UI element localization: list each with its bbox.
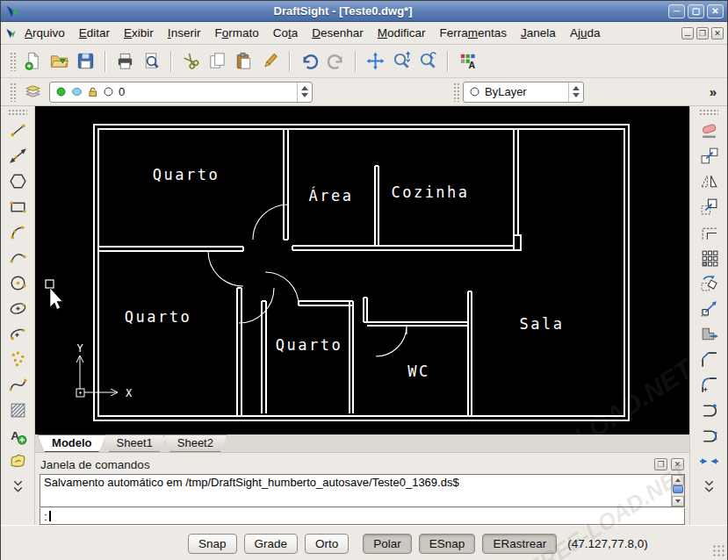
menu-ferramentas[interactable]: Ferramentas xyxy=(433,24,515,42)
snap-toggle[interactable]: Snap xyxy=(188,534,237,554)
infinite-line-tool-button[interactable] xyxy=(4,143,31,169)
tab-modelo[interactable]: Modelo xyxy=(38,434,106,452)
rotate-tool-button[interactable] xyxy=(696,270,722,296)
offset-tool-button[interactable] xyxy=(696,219,722,245)
menu-desenhar[interactable]: Desenhar xyxy=(305,24,371,42)
ortho-toggle[interactable]: Orto xyxy=(305,534,349,554)
move-icon xyxy=(699,197,719,217)
mdi-restore-button[interactable]: ❐ xyxy=(696,27,709,39)
zoom-previous-button[interactable] xyxy=(414,48,441,75)
ellipse-tool-button[interactable] xyxy=(4,296,31,321)
menu-exibir[interactable]: Exibir xyxy=(117,24,161,42)
rectangle-tool-button[interactable] xyxy=(4,194,31,219)
print-preview-button[interactable] xyxy=(138,48,164,75)
paste-button[interactable] xyxy=(230,48,256,75)
etrack-toggle[interactable]: ERastrear xyxy=(482,534,557,554)
layers-manager-button[interactable] xyxy=(19,79,46,105)
redo-button[interactable] xyxy=(322,48,349,75)
scroll-up-button[interactable] xyxy=(672,475,684,485)
resize-grip[interactable] xyxy=(712,544,724,556)
toolbar-grip[interactable] xyxy=(10,83,16,102)
polygon-tool-button[interactable] xyxy=(4,169,31,194)
menu-arquivo[interactable]: Arquivo xyxy=(18,24,72,42)
pan-button[interactable] xyxy=(362,48,388,75)
title-bar[interactable]: DraftSight - [Teste0.dwg*] ─ ▢ ✕ xyxy=(1,1,727,22)
save-button[interactable] xyxy=(72,48,98,75)
tab-sheet1[interactable]: Sheet1 xyxy=(103,434,167,452)
scrollbar-thumb[interactable] xyxy=(673,485,683,493)
toolbar-grip[interactable] xyxy=(10,52,16,71)
close-panel-button[interactable]: ✕ xyxy=(671,458,684,470)
line-tool-button[interactable] xyxy=(4,118,31,143)
new-button[interactable] xyxy=(19,48,46,75)
delete-tool-button[interactable] xyxy=(696,118,722,143)
menu-janela[interactable]: Janela xyxy=(514,24,563,42)
layer-combobox[interactable]: 0 xyxy=(49,82,313,103)
extend-tool-button[interactable] xyxy=(696,423,722,449)
note-tool-button[interactable]: A xyxy=(4,423,31,449)
toolbar-grip[interactable] xyxy=(453,83,459,102)
circle-tool-button[interactable] xyxy=(4,270,31,296)
undo-icon xyxy=(299,51,320,71)
layer-combo-spinner[interactable] xyxy=(297,83,312,102)
menu-inserir[interactable]: Inserir xyxy=(161,24,208,42)
arc-tool-button[interactable] xyxy=(4,219,31,245)
polar-toggle[interactable]: Polar xyxy=(363,534,412,554)
menu-formato[interactable]: Formato xyxy=(207,24,265,42)
copy-objects-icon xyxy=(699,146,719,166)
undock-panel-button[interactable]: ❐ xyxy=(654,458,667,470)
cut-button[interactable] xyxy=(177,48,204,75)
grid-toggle[interactable]: Grade xyxy=(244,534,299,554)
command-scrollbar[interactable] xyxy=(671,475,684,506)
undo-button[interactable] xyxy=(296,48,322,75)
esnap-toggle[interactable]: ESnap xyxy=(419,534,476,554)
points-tool-button[interactable] xyxy=(4,347,31,372)
tab-sheet2[interactable]: Sheet2 xyxy=(163,434,227,452)
minimize-button[interactable]: ─ xyxy=(668,4,685,18)
hatch-tool-button[interactable] xyxy=(4,398,31,423)
close-button[interactable]: ✕ xyxy=(707,4,724,18)
fillet-tool-button[interactable] xyxy=(696,372,722,398)
format-painter-button[interactable] xyxy=(256,48,283,75)
menu-editar[interactable]: Editar xyxy=(72,24,117,42)
more-modify-tools-button[interactable] xyxy=(696,474,722,499)
chamfer-icon xyxy=(699,349,719,370)
maximize-button[interactable]: ▢ xyxy=(688,4,704,18)
elliptical-arc-tool-button[interactable] xyxy=(4,321,31,347)
toolbar-grip[interactable] xyxy=(699,109,718,115)
trim-tool-button[interactable] xyxy=(696,398,722,423)
menu-cota[interactable]: Cota xyxy=(266,24,306,42)
toolbar-overflow-chevron[interactable]: » xyxy=(710,84,717,99)
mdi-close-button[interactable]: ✕ xyxy=(711,27,724,39)
curve-tool-button[interactable] xyxy=(4,245,31,270)
revision-cloud-tool-button[interactable] xyxy=(4,449,31,474)
toolbar-separator xyxy=(289,51,290,72)
weld-tool-button[interactable] xyxy=(696,449,722,474)
menu-ajuda[interactable]: Ajuda xyxy=(563,24,608,42)
scale-tool-button[interactable] xyxy=(696,296,722,321)
options-button[interactable]: A xyxy=(454,48,480,75)
chamfer-tool-button[interactable] xyxy=(696,347,722,372)
line-icon xyxy=(8,120,28,140)
copy-tool-button[interactable] xyxy=(696,143,722,169)
print-button[interactable] xyxy=(112,48,138,75)
command-history[interactable]: Salvamento automático em /tmp/DraftSight… xyxy=(40,474,685,507)
copy-button[interactable] xyxy=(204,48,230,75)
toolbar-grip[interactable] xyxy=(8,109,27,115)
more-draw-tools-button[interactable] xyxy=(4,474,31,499)
open-button[interactable] xyxy=(46,48,72,75)
drawing-canvas[interactable]: Quarto Área Cozinha Quarto Quarto WC Sal… xyxy=(35,106,689,434)
linecolor-combobox[interactable]: ByLayer xyxy=(463,82,584,103)
mdi-minimize-button[interactable]: ─ xyxy=(681,27,694,39)
command-prompt[interactable]: : xyxy=(40,508,685,525)
move-tool-button[interactable] xyxy=(696,194,722,219)
menu-modificar[interactable]: Modificar xyxy=(371,24,433,42)
pattern-tool-button[interactable] xyxy=(696,245,722,270)
mirror-tool-button[interactable] xyxy=(696,169,722,194)
spline-tool-button[interactable] xyxy=(4,372,31,398)
stretch-tool-button[interactable] xyxy=(696,321,722,347)
zoom-dynamic-button[interactable] xyxy=(388,48,414,75)
hatch-icon xyxy=(8,400,28,420)
linecolor-combo-spinner[interactable] xyxy=(568,83,583,102)
scroll-down-button[interactable] xyxy=(672,496,684,506)
